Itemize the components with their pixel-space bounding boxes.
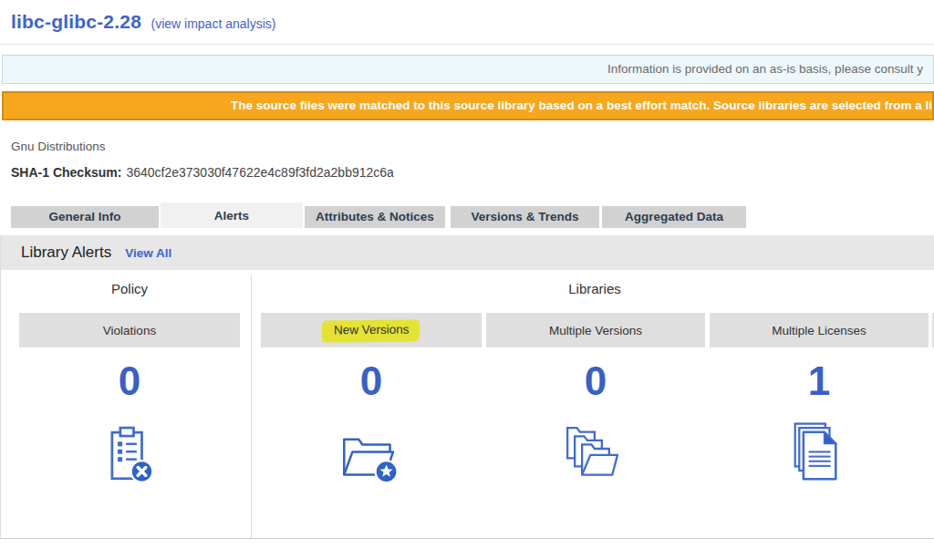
- tab-alerts[interactable]: Alerts: [161, 202, 303, 228]
- library-alerts-body: Policy Libraries Violations 0: [1, 270, 934, 538]
- violations-column: Violations 0: [19, 270, 240, 538]
- sha1-label: SHA-1 Checksum:: [11, 165, 121, 180]
- library-alerts-title: Library Alerts: [21, 244, 111, 262]
- section-divider: [251, 275, 252, 538]
- library-type-label: Gnu Distributions: [11, 140, 106, 153]
- info-banner-text: Information is provided on an as-is basi…: [607, 56, 923, 83]
- library-alerts-panel: Library Alerts View All Policy Libraries…: [0, 235, 934, 539]
- new-versions-column: New Versions 0: [261, 270, 482, 538]
- warning-banner: The source files were matched to this so…: [2, 91, 934, 120]
- page-title: libc-glibc-2.28: [11, 11, 141, 32]
- warning-banner-text: The source files were matched to this so…: [231, 93, 934, 119]
- violations-count[interactable]: 0: [19, 358, 240, 405]
- info-banner: Information is provided on an as-is basi…: [2, 55, 934, 84]
- sha1-row: SHA-1 Checksum:3640cf2e373030f47622e4c89…: [11, 165, 394, 180]
- tab-versions-trends[interactable]: Versions & Trends: [451, 206, 599, 228]
- header-divider: [0, 44, 934, 45]
- folder-star-icon: [261, 420, 482, 493]
- violations-header[interactable]: Violations: [19, 313, 240, 347]
- folders-stack-icon: [486, 420, 705, 493]
- library-alerts-header: Library Alerts View All: [1, 235, 934, 270]
- tab-attributes-notices[interactable]: Attributes & Notices: [305, 206, 445, 228]
- new-versions-header[interactable]: New Versions: [261, 313, 482, 347]
- sha1-value: 3640cf2e373030f47622e4c89f3fd2a2bb912c6a: [126, 165, 394, 180]
- multiple-licenses-header[interactable]: Multiple Licenses: [710, 313, 929, 347]
- multiple-licenses-column: Multiple Licenses 1: [710, 270, 929, 538]
- new-versions-count[interactable]: 0: [261, 358, 482, 405]
- view-impact-analysis-link[interactable]: (view impact analysis): [151, 16, 276, 31]
- multiple-licenses-count[interactable]: 1: [710, 358, 929, 405]
- new-versions-highlight[interactable]: New Versions: [324, 319, 420, 340]
- tab-general-info[interactable]: General Info: [11, 206, 159, 228]
- page: libc-glibc-2.28 (view impact analysis) I…: [0, 0, 934, 560]
- multiple-versions-header[interactable]: Multiple Versions: [486, 313, 705, 347]
- multiple-versions-count[interactable]: 0: [486, 358, 705, 405]
- page-header: libc-glibc-2.28 (view impact analysis): [11, 11, 275, 33]
- documents-stack-icon: [710, 420, 929, 493]
- tab-aggregated-data[interactable]: Aggregated Data: [602, 206, 746, 228]
- view-all-link[interactable]: View All: [125, 246, 171, 260]
- clipboard-x-icon: [19, 420, 240, 493]
- tab-bar: General Info Alerts Attributes & Notices…: [11, 202, 746, 228]
- multiple-versions-column: Multiple Versions 0: [486, 270, 705, 538]
